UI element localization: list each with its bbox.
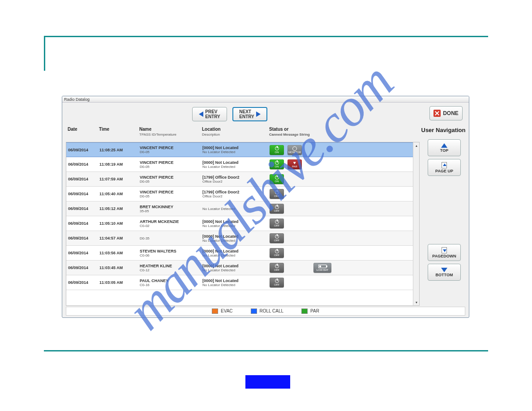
table-row[interactable]: 06/09/201411:04:57 AMD0-35[0000] Not Loc… <box>66 231 419 246</box>
power-icon <box>275 161 279 165</box>
status-badge-off: OFF <box>270 263 284 273</box>
col-status: Status or Canned Message String <box>267 124 420 142</box>
cell-name: VINCENT PIERCE <box>140 190 199 194</box>
cell-date: 06/09/2014 <box>68 221 96 226</box>
cell-status: OFF <box>268 203 413 214</box>
power-icon <box>275 146 279 150</box>
done-button[interactable]: DONE <box>429 106 463 120</box>
table-row[interactable]: 06/09/201411:08:19 AMVINCENT PIERCED0-05… <box>66 157 419 172</box>
cell-status: ONMONITOR <box>268 144 413 156</box>
table-row[interactable]: 06/09/201411:07:59 AMVINCENT PIERCED0-05… <box>66 172 419 187</box>
nav-bottom-button[interactable]: BOTTOM <box>428 264 461 281</box>
cell-location-desc: No Locator Detected <box>202 224 266 228</box>
cell-name: VINCENT PIERCE <box>140 175 199 180</box>
table-row[interactable]: 06/09/201411:03:05 AMPAUL CHANEYC0-16[00… <box>66 275 419 290</box>
col-time: Time <box>97 124 137 142</box>
next-entry-button[interactable]: NEXT ENTRY <box>232 107 267 121</box>
radio-datalog-window: Radio Datalog PREV ENTRY NEXT ENTRY DONE… <box>62 96 469 318</box>
cell-location-desc: No Locator Detected <box>202 207 266 211</box>
cell-status: OFF <box>268 218 413 229</box>
cell-id: C0-16 <box>140 283 199 287</box>
prev-label-2: ENTRY <box>205 114 220 119</box>
status-badge-par: ♥PAR <box>287 159 302 169</box>
cell-date: 06/09/2014 <box>68 280 96 285</box>
nav-pageup-button[interactable]: PAGE UP <box>428 159 461 176</box>
close-icon <box>433 110 441 117</box>
cell-location: [1799] Office Door2 <box>202 190 266 194</box>
cell-id: D0-35 <box>140 236 199 240</box>
power-icon <box>275 235 279 239</box>
table-row[interactable]: 06/09/201411:03:56 AMSTEVEN WALTERSC0-06… <box>66 246 419 261</box>
status-badge-off: OFF <box>270 278 284 287</box>
cell-status: ON <box>268 173 413 185</box>
cell-date: 06/09/2014 <box>68 206 96 211</box>
cell-time: 11:07:59 AM <box>99 177 136 181</box>
cell-time: 11:08:19 AM <box>99 162 136 167</box>
cell-name: HEATHER KLINE <box>140 264 199 268</box>
col-location: Location Description <box>200 124 267 142</box>
cell-date: 06/09/2014 <box>68 265 96 270</box>
cell-time: 11:05:10 AM <box>99 221 136 226</box>
cell-id: D0-05 <box>140 150 199 154</box>
cell-name: BRET MCKINNEY <box>140 205 199 209</box>
cell-location: [0000] Not Located <box>202 249 266 253</box>
arrow-right-icon <box>256 111 261 117</box>
cell-location: [0000] Not Located <box>202 264 266 268</box>
cell-location: [0000] Not Located <box>202 219 266 224</box>
legend-rollcall: ROLL CALL <box>251 308 284 314</box>
table-row[interactable]: 06/09/201411:05:40 AMVINCENT PIERCED0-05… <box>66 187 419 201</box>
cell-id: D0-05 <box>140 165 199 169</box>
cell-location-desc: No Locator Detected <box>202 239 266 243</box>
cell-id: C0-06 <box>140 253 199 257</box>
legend-evac: EVAC <box>212 308 233 314</box>
cell-time: 11:03:56 AM <box>99 251 136 255</box>
cell-date: 06/09/2014 <box>68 251 96 255</box>
power-icon <box>275 249 279 253</box>
table-row[interactable]: 06/09/201411:08:25 AMVINCENT PIERCED0-05… <box>66 142 419 157</box>
prev-label-1: PREV <box>205 109 217 114</box>
scroll-down-icon[interactable]: ▾ <box>413 299 419 305</box>
window-title: Radio Datalog <box>62 96 469 103</box>
cell-date: 06/09/2014 <box>68 162 96 167</box>
cell-date: 06/09/2014 <box>68 177 96 181</box>
cell-id: 35-05 <box>140 209 199 213</box>
table-row[interactable]: 06/09/201411:05:10 AMARTHUR MCKENZIEC0-0… <box>66 216 419 231</box>
cell-id: D0-05 <box>140 180 199 184</box>
table-row[interactable]: 06/09/201411:03:45 AMHEATHER KLINEC0-12[… <box>66 261 419 275</box>
cell-status: ON♥PAR <box>268 158 413 170</box>
scroll-up-icon[interactable]: ▴ <box>413 142 419 149</box>
cell-time: 11:04:57 AM <box>99 236 136 240</box>
cell-time: 11:05:12 AM <box>99 206 136 211</box>
done-label: DONE <box>443 110 459 116</box>
footer-bar <box>245 375 290 389</box>
cell-date: 06/09/2014 <box>68 148 96 152</box>
scrollbar[interactable]: ▴ ▾ <box>413 142 419 305</box>
top-rule <box>44 36 488 37</box>
cell-id: C0-12 <box>140 268 199 272</box>
cell-location-desc: Office Door2 <box>202 194 266 198</box>
legend-par: PAR <box>301 308 319 314</box>
cell-id: C0-02 <box>140 224 199 228</box>
status-badge-off: OFF <box>270 218 284 228</box>
swatch-blue <box>251 308 257 314</box>
table-row[interactable]: 06/09/201411:05:12 AMBRET MCKINNEY35-05N… <box>66 201 419 216</box>
left-rule <box>44 36 45 71</box>
nav-top-button[interactable]: TOP <box>428 139 461 156</box>
bottom-rule <box>44 350 488 351</box>
status-badge-on: ON <box>270 159 284 169</box>
user-navigation-panel: User Navigation TOP PAGE UP PAGEDOWN BOT… <box>423 124 465 306</box>
power-icon <box>275 205 279 209</box>
cell-location: [0000] Not Located <box>202 234 266 239</box>
cell-status: OFF <box>268 247 413 259</box>
swatch-orange <box>212 308 218 314</box>
nav-pagedown-button[interactable]: PAGEDOWN <box>428 244 461 261</box>
main-area: Date Time Name TPASS ID/Temperature Loca… <box>62 124 469 306</box>
cell-name: PAUL CHANEY <box>140 278 199 283</box>
cell-location-desc: No Locator Detected <box>202 165 266 169</box>
pulse-icon: ♥ <box>293 161 296 165</box>
status-badge-on: ON <box>270 145 284 155</box>
table-body: ▴ ▾ 06/09/201411:08:25 AMVINCENT PIERCED… <box>66 142 420 306</box>
status-badge-on: ON <box>270 174 284 184</box>
cell-status: OFFLOW BAT <box>268 262 413 274</box>
prev-entry-button[interactable]: PREV ENTRY <box>192 107 227 121</box>
